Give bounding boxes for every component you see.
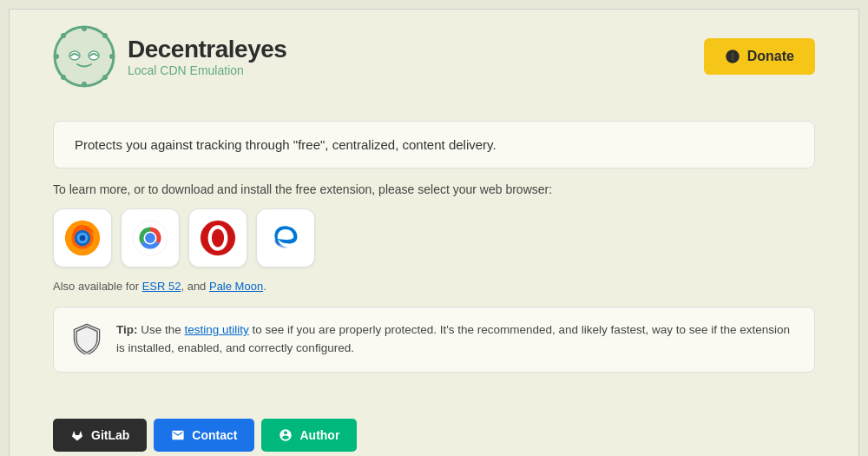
author-icon <box>279 428 293 442</box>
main-content: Protects you against tracking through "f… <box>10 103 858 406</box>
shield-icon <box>71 323 102 354</box>
svg-point-9 <box>61 75 66 80</box>
browser-icons-row <box>53 208 815 268</box>
author-button[interactable]: Author <box>261 419 357 452</box>
edge-button[interactable] <box>256 208 315 268</box>
browser-instruction: To learn more, or to download and instal… <box>53 182 815 196</box>
esr52-link[interactable]: ESR 52 <box>142 280 181 293</box>
firefox-button[interactable] <box>53 208 112 268</box>
donate-label: Donate <box>747 49 794 64</box>
donate-button[interactable]: Donate <box>704 38 815 75</box>
opera-icon <box>200 220 236 256</box>
gitlab-icon <box>70 428 84 442</box>
chrome-icon <box>132 220 168 256</box>
svg-point-19 <box>145 233 155 243</box>
tip-text: Tip: Use the testing utility to see if y… <box>116 321 797 358</box>
testing-utility-link[interactable]: testing utility <box>185 323 249 336</box>
contact-button[interactable]: Contact <box>154 419 254 452</box>
svg-point-2 <box>82 26 87 31</box>
svg-point-4 <box>54 54 59 59</box>
svg-point-16 <box>80 235 86 241</box>
author-label: Author <box>299 428 339 442</box>
gitlab-label: GitLab <box>91 428 129 442</box>
contact-label: Contact <box>192 428 237 442</box>
logo-icon <box>53 25 115 88</box>
gitlab-button[interactable]: GitLab <box>53 419 147 452</box>
svg-point-7 <box>102 75 108 80</box>
svg-point-6 <box>61 33 66 38</box>
header: Decentraleyes Local CDN Emulation Donate <box>10 10 858 103</box>
svg-point-24 <box>268 221 303 255</box>
svg-point-3 <box>82 82 87 87</box>
also-available-text: Also available for ESR 52, and Pale Moon… <box>53 280 815 293</box>
logo-title: Decentraleyes <box>128 36 286 63</box>
logo-text-area: Decentraleyes Local CDN Emulation <box>128 36 286 77</box>
opera-button[interactable] <box>188 208 247 268</box>
tagline-box: Protects you against tracking through "f… <box>53 121 815 169</box>
logo-area: Decentraleyes Local CDN Emulation <box>53 25 286 88</box>
pale-moon-link[interactable]: Pale Moon <box>209 280 263 293</box>
tip-label: Tip: <box>116 323 138 336</box>
firefox-icon <box>64 220 101 256</box>
footer-buttons: GitLab Contact Author <box>10 406 858 456</box>
edge-icon <box>267 220 304 256</box>
browser-section: To learn more, or to download and instal… <box>53 182 815 293</box>
tagline-text: Protects you against tracking through "f… <box>75 137 793 152</box>
chrome-button[interactable] <box>121 208 180 268</box>
logo-subtitle: Local CDN Emulation <box>128 63 286 77</box>
page-wrapper: Decentraleyes Local CDN Emulation Donate… <box>9 9 859 456</box>
donate-icon <box>725 49 740 64</box>
contact-icon <box>171 428 185 442</box>
svg-point-5 <box>109 54 115 59</box>
svg-point-8 <box>102 33 108 38</box>
tip-box: Tip: Use the testing utility to see if y… <box>53 307 815 373</box>
